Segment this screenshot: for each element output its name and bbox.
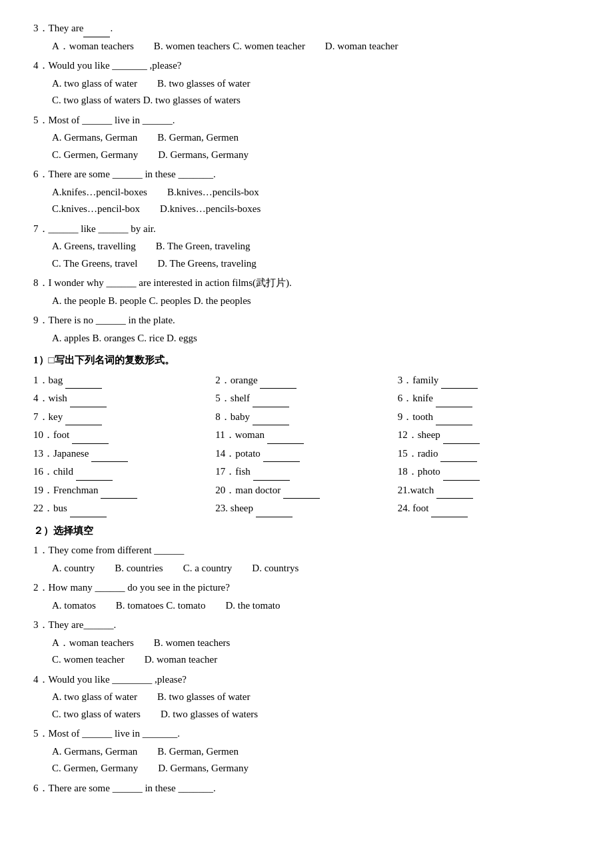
fill-row-4: 10．foot 11．woman 12．sheep [33,427,580,444]
section-1: 1）□写出下列名词的复数形式。 1．bag 2．orange 3．family … [33,352,580,517]
fill-blank-24 [431,507,468,517]
q9-stem: 9．There is no ______ in the plate. [33,312,580,329]
fill-item-9: 9．tooth [398,409,580,426]
s2-question-3: 3．They are______. A．woman teachers B. wo… [33,617,580,669]
q8-stem: 8．I wonder why ______ are interested in … [33,275,580,292]
q3-blank [83,27,110,37]
fill-item-18: 18．photo [398,463,580,481]
q5-opts-a: A. Germans, German B. German, Germen [33,129,580,147]
question-6: 6．There are some ______ in these _______… [33,166,580,218]
q3-options: A．woman teachers B. women teachers C. wo… [33,38,580,55]
fill-blank-3 [441,378,478,389]
q4-stem: 4．Would you like _______ ,please? [33,57,580,75]
fill-item-19: 19．Frenchman [33,482,215,499]
s2q3-opts-b: C. women teacher D. woman teacher [33,651,580,669]
s2-question-4: 4．Would you like ________ ,please? A. tw… [33,671,580,723]
fill-blank-21 [436,488,473,499]
fill-row-6: 16．child 17．fish 18．photo [33,463,580,481]
fill-item-17: 17．fish [215,463,397,481]
fill-blank-23 [256,507,293,517]
fill-blank-4 [70,397,107,407]
fill-blank-2 [260,378,297,389]
question-8: 8．I wonder why ______ are interested in … [33,275,580,309]
fill-item-23: 23. sheep [215,500,397,517]
q5-opts-b: C. Germen, Germany D. Germans, Germany [33,147,580,164]
section1-title: 1）□写出下列名词的复数形式。 [33,352,580,369]
s2q6-stem: 6．There are some ______ in these _______… [33,780,580,797]
fill-item-14: 14．potato [215,445,397,463]
s2q3-opts-a: A．woman teachers B. women teachers [33,635,580,652]
fill-item-12: 12．sheep [398,427,580,444]
s2q2-opts: A. tomatos B. tomatoes C. tomato D. the … [33,597,580,615]
s2-question-1: 1．They come from different ______ A. cou… [33,542,580,577]
q3-stem: 3．They are. [33,20,580,37]
fill-blank-1 [65,378,102,389]
fill-item-15: 15．radio [398,445,580,463]
q7-stem: 7．______ like ______ by air. [33,221,580,238]
fill-blank-11 [267,433,304,444]
fill-blank-8 [253,415,289,425]
question-3: 3．They are. A．woman teachers B. women te… [33,20,580,55]
s2q4-opts-b: C. two glass of waters D. two glasses of… [33,706,580,723]
fill-blank-19 [101,488,137,499]
q5-stem: 5．Most of ______ live in ______. [33,112,580,129]
fill-blank-12 [443,433,480,444]
s2-question-5: 5．Most of ______ live in _______. A. Ger… [33,725,580,777]
fill-item-20: 20．man doctor [215,482,397,499]
fill-item-8: 8．baby [215,409,397,426]
question-7: 7．______ like ______ by air. A. Greens, … [33,221,580,273]
q8-opts: A. the people B. people C. peoples D. th… [33,293,580,310]
s2q1-stem: 1．They come from different ______ [33,542,580,559]
fill-blank-18 [443,470,480,481]
q9-opts: A. apples B. oranges C. rice D. eggs [33,330,580,347]
q7-opts-a: A. Greens, travelling B. The Green, trav… [33,238,580,255]
fill-row-7: 19．Frenchman 20．man doctor 21.watch [33,482,580,499]
fill-item-7: 7．key [33,409,215,426]
fill-blank-7 [65,415,102,425]
fill-blank-5 [253,397,289,407]
fill-row-5: 13．Japanese 14．potato 15．radio [33,445,580,463]
fill-row-8: 22．bus 23. sheep 24. foot [33,500,580,517]
q4-opts-a: A. two glass of water B. two glasses of … [33,75,580,93]
s2q5-stem: 5．Most of ______ live in _______. [33,725,580,743]
s2q5-opts-a: A. Germans, German B. German, Germen [33,743,580,761]
fill-row-1: 1．bag 2．orange 3．family [33,372,580,389]
fill-item-1: 1．bag [33,372,215,389]
fill-blank-22 [70,507,107,517]
s2q2-stem: 2．How many ______ do you see in the pict… [33,579,580,597]
fill-blank-20 [283,488,320,499]
s2q1-opts: A. country B. countries C. a country D. … [33,560,580,577]
fill-item-3: 3．family [398,372,580,389]
question-9: 9．There is no ______ in the plate. A. ap… [33,312,580,347]
fill-item-24: 24. foot [398,500,580,517]
section2-title: ２）选择填空 [33,523,580,540]
section-2: ２）选择填空 1．They come from different ______… [33,523,580,797]
q6-opts-a: A.knifes…pencil-boxes B.knives…pencils-b… [33,184,580,201]
s2-question-6: 6．There are some ______ in these _______… [33,780,580,797]
fill-item-22: 22．bus [33,500,215,517]
fill-item-6: 6．knife [398,390,580,407]
fill-blank-16 [76,470,113,481]
s2q4-opts-a: A. two glass of water B. two glasses of … [33,689,580,706]
s2q3-stem: 3．They are______. [33,617,580,634]
fill-blank-17 [253,470,290,481]
fill-item-4: 4．wish [33,390,215,407]
fill-item-10: 10．foot [33,427,215,444]
fill-row-2: 4．wish 5．shelf 6．knife [33,390,580,407]
s2q5-opts-b: C. Germen, Germany D. Germans, Germany [33,760,580,777]
fill-blank-13 [91,451,128,462]
question-5: 5．Most of ______ live in ______. A. Germ… [33,112,580,164]
s2q4-stem: 4．Would you like ________ ,please? [33,671,580,689]
fill-blank-14 [263,451,300,462]
fill-blank-15 [440,451,477,462]
fill-item-21: 21.watch [398,482,580,499]
fill-item-13: 13．Japanese [33,445,215,463]
fill-item-2: 2．orange [215,372,397,389]
fill-item-11: 11．woman [215,427,397,444]
fill-item-5: 5．shelf [215,390,397,407]
q7-opts-b: C. The Greens, travel D. The Greens, tra… [33,255,580,273]
q4-opts-b: C. two glass of waters D. two glasses of… [33,92,580,109]
q6-opts-b: C.knives…pencil-box D.knives…pencils-box… [33,201,580,218]
fill-row-3: 7．key 8．baby 9．tooth [33,409,580,426]
fill-blank-6 [436,397,472,407]
